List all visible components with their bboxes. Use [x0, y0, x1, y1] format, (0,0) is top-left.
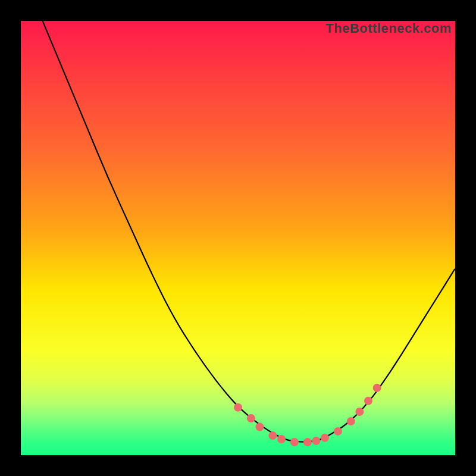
marker-dot [256, 423, 264, 431]
marker-dot [290, 438, 299, 446]
marker-dot [355, 408, 364, 416]
marker-dot [234, 403, 242, 412]
watermark-text: TheBottleneck.com [326, 21, 452, 36]
marker-dot [268, 431, 277, 440]
marker-dot [334, 427, 342, 436]
marker-dot [247, 414, 255, 422]
curve-svg [21, 21, 455, 455]
marker-dot [373, 384, 381, 392]
marker-dot [303, 438, 312, 446]
marker-dot [321, 434, 329, 442]
marker-dot [277, 435, 286, 443]
marker-dot [312, 437, 320, 445]
marker-dot [347, 417, 355, 425]
marker-dot [364, 397, 372, 405]
curve-markers [234, 384, 381, 446]
bottleneck-curve [43, 21, 456, 442]
plot-area: TheBottleneck.com [21, 21, 455, 455]
